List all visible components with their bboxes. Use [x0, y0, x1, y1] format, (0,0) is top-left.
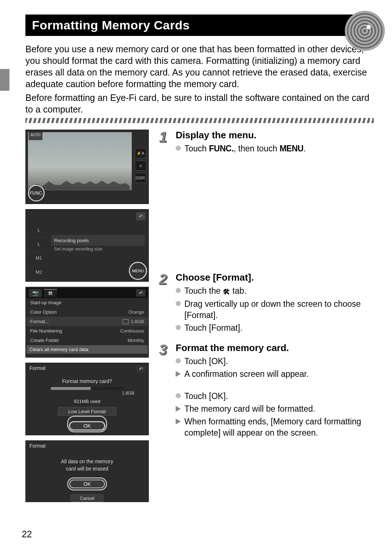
intro-paragraph-1: Before you use a new memory card or one … — [25, 43, 374, 90]
menu-row: Start-up Image — [26, 298, 148, 307]
bullet: The memory card will be formatted. — [176, 403, 374, 415]
step-title: Format the memory card. — [176, 342, 374, 354]
live-view-image — [28, 132, 132, 190]
step-1: 1 Display the menu. Touch FUNC., then to… — [159, 130, 374, 156]
menu-tabs: 📷 🛠 ↶ — [26, 288, 148, 298]
bullet-icon — [176, 288, 181, 293]
live-top-overlay: AUTO — [29, 132, 146, 140]
step-number: 2 — [159, 272, 171, 335]
selected-row-sub: Set image recording size — [54, 247, 102, 252]
bullet-text: A confirmation screen will appear. — [184, 368, 309, 380]
menu-button-icon: MENU — [129, 262, 147, 280]
bullet-icon — [176, 146, 181, 151]
step-2: 2 Choose [Format]. Touch the 🛠 tab. Drag… — [159, 272, 374, 335]
confirm-line-1: All data on the memory — [26, 458, 148, 465]
confirm-line-2: card will be erased — [26, 465, 148, 473]
tools-tab-icon: 🛠 — [44, 289, 57, 297]
page-tab-marker — [0, 69, 9, 91]
format-question: Format memory card? — [26, 378, 148, 384]
instructions-column: 1 Display the menu. Touch FUNC., then to… — [159, 130, 374, 507]
disp-icon: DISP. — [135, 173, 146, 183]
content-columns: AUTO ⚡A ⦸ DISP. FUNC. ↶ L L M1 M2 Record… — [25, 130, 374, 507]
mode-badge: AUTO — [29, 132, 42, 140]
result-arrow-icon — [176, 371, 181, 377]
bullet-text: When formatting ends, [Memory card forma… — [184, 416, 374, 439]
page-number: 22 — [22, 529, 32, 539]
step-number: 3 — [159, 342, 171, 440]
bullet: Touch FUNC., then touch MENU. — [176, 143, 374, 154]
off-icon: ⦸ — [135, 160, 146, 171]
size-item: L — [28, 223, 50, 237]
bullet: Touch [OK]. — [176, 391, 374, 402]
result-arrow-icon — [176, 419, 181, 424]
ok-button: OK — [69, 421, 105, 431]
bullet-text: Drag vertically up or down the screen to… — [184, 298, 374, 321]
selected-row: Recording pixels — [51, 235, 145, 246]
bullet-text: Touch [Format]. — [184, 322, 242, 334]
bullet-text: Touch [OK]. — [184, 356, 228, 367]
low-level-format-button: Low Level Format — [58, 407, 116, 416]
ok-button-highlight: OK — [67, 416, 107, 432]
tools-tab-inline-icon: 🛠 — [223, 287, 230, 297]
ok-button-highlight: OK — [67, 477, 107, 490]
section-divider — [25, 118, 374, 123]
bullet-text: Touch [OK]. — [184, 391, 228, 402]
spacer — [159, 163, 374, 272]
bullet-icon — [176, 393, 181, 398]
section-title: Formatting Memory Cards — [32, 18, 190, 32]
size-item: M2 — [28, 265, 50, 280]
section-header: Formatting Memory Cards — [25, 15, 374, 36]
bullet-text: Touch the 🛠 tab. — [184, 285, 246, 297]
ok-button: OK — [69, 480, 105, 488]
bullet: Touch [OK]. — [176, 356, 374, 367]
size-item: M1 — [28, 251, 50, 265]
bullet: Touch the 🛠 tab. — [176, 285, 374, 297]
menu-footer-hint: Clears all memory card data — [26, 345, 148, 354]
right-icon-stack: ⚡A ⦸ DISP. — [135, 148, 146, 183]
bullet-icon — [176, 301, 181, 306]
bullet: When formatting ends, [Memory card forma… — [176, 416, 374, 439]
capacity-label: 1.8GB — [40, 391, 134, 396]
bullet-icon — [176, 358, 181, 363]
camera-screen-settings-menu: 📷 🛠 ↶ Start-up Image Color OptionOrange … — [25, 287, 149, 358]
camera-screen-live: AUTO ⚡A ⦸ DISP. FUNC. — [25, 130, 149, 204]
menu-row: Color OptionOrange — [26, 307, 148, 317]
bullet: Drag vertically up or down the screen to… — [176, 298, 374, 321]
size-list: L L M1 M2 — [28, 223, 50, 279]
menu-rows: Start-up Image Color OptionOrange Format… — [26, 298, 148, 345]
camera-screen-func-menu: ↶ L L M1 M2 Recording pixels Set image r… — [25, 209, 149, 282]
intro-paragraph-2: Before formatting an Eye-Fi card, be sur… — [25, 92, 374, 115]
size-item: L — [28, 237, 50, 252]
cancel-button: Cancel — [71, 494, 103, 502]
header-decor-icon — [345, 11, 385, 51]
func-button-icon: FUNC. — [28, 185, 45, 201]
step-3: 3 Format the memory card. Touch [OK]. A … — [159, 342, 374, 440]
bullet-icon — [176, 325, 181, 330]
flash-icon: ⚡A — [135, 148, 146, 158]
bullet-text: The memory card will be formatted. — [184, 403, 315, 415]
dialog-title: Format — [26, 441, 148, 451]
camera-screen-format-dialog: Format ↶ Format memory card? 1.8GB 921MB… — [25, 363, 149, 435]
step-title: Display the menu. — [176, 130, 374, 141]
step-number: 1 — [159, 130, 171, 156]
usage-bar — [51, 387, 123, 390]
camera-screen-confirm-dialog: Format All data on the memory card will … — [25, 440, 149, 502]
back-icon: ↶ — [136, 289, 146, 297]
bullet-text: Touch FUNC., then touch MENU. — [184, 143, 306, 154]
bullet: A confirmation screen will appear. — [176, 368, 374, 380]
menu-row: Create FolderMonthly — [26, 336, 148, 345]
menu-row-format: Format...1.8GB — [26, 317, 148, 326]
dialog-title: Format — [26, 363, 148, 373]
camera-tab-icon: 📷 — [29, 289, 42, 297]
bullet: Touch [Format]. — [176, 322, 374, 334]
step-title: Choose [Format]. — [176, 272, 374, 283]
used-label: 921MB used — [26, 399, 148, 404]
screenshots-column: AUTO ⚡A ⦸ DISP. FUNC. ↶ L L M1 M2 Record… — [25, 130, 149, 507]
menu-row: File NumberingContinuous — [26, 326, 148, 336]
back-icon: ↶ — [136, 365, 146, 372]
card-icon — [123, 319, 128, 324]
back-icon: ↶ — [136, 212, 146, 220]
result-arrow-icon — [176, 406, 181, 412]
